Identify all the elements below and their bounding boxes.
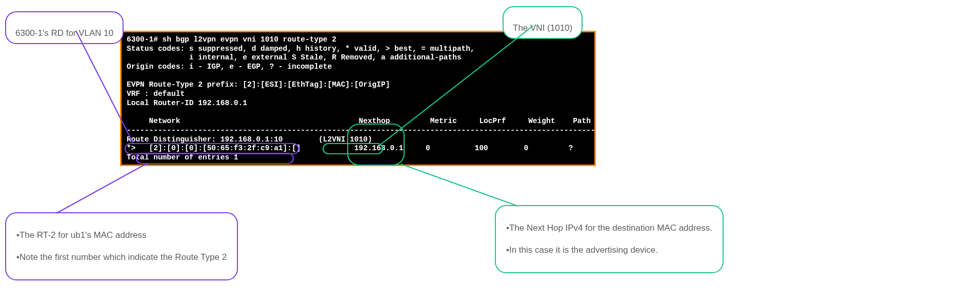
callout-text: The VNI (1010) bbox=[513, 23, 572, 33]
callout-rt2-mac: The RT-2 for ub1's MAC address Note the … bbox=[5, 212, 238, 280]
terminal-output: 6300-1# sh bgp l2vpn evpn vni 1010 route… bbox=[127, 35, 589, 163]
callout-vni: The VNI (1010) bbox=[503, 6, 583, 39]
callout-text: 6300-1's RD for VLAN 10 bbox=[15, 28, 113, 38]
callout-text-line2: In this case it is the advertising devic… bbox=[506, 245, 712, 256]
connector-rt2 bbox=[56, 163, 148, 213]
callout-nexthop: The Next Hop IPv4 for the destination MA… bbox=[495, 205, 724, 273]
callout-text-line2: Note the first number which indicate the… bbox=[16, 252, 227, 263]
connector-nexthop bbox=[401, 164, 518, 206]
terminal-window: 6300-1# sh bgp l2vpn evpn vni 1010 route… bbox=[120, 31, 596, 166]
callout-text-line1: The Next Hop IPv4 for the destination MA… bbox=[506, 222, 712, 234]
callout-rd-vlan10: 6300-1's RD for VLAN 10 bbox=[5, 11, 124, 44]
callout-text-line1: The RT-2 for ub1's MAC address bbox=[16, 230, 227, 241]
